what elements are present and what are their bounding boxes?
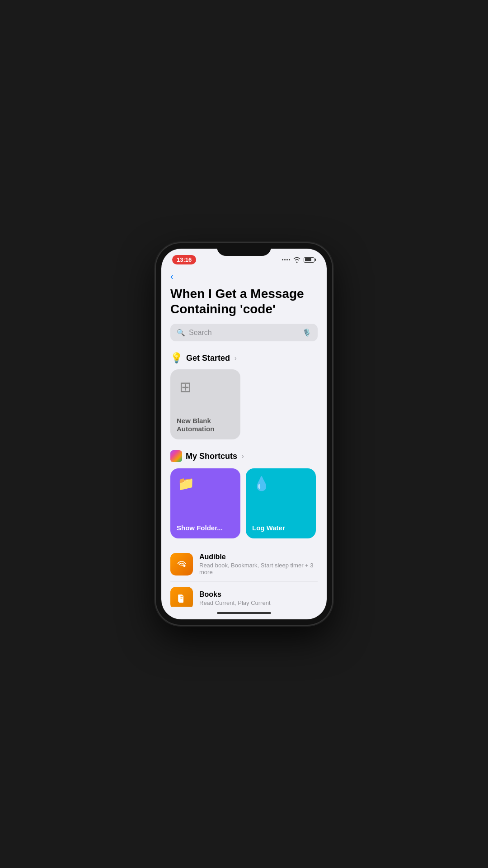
show-folder-label: Show Folder... (177, 524, 223, 532)
books-subtitle: Read Current, Play Current (199, 599, 318, 606)
app-list: Audible Read book, Bookmark, Start sleep… (161, 547, 327, 607)
wifi-icon (293, 257, 301, 263)
show-folder-card[interactable]: 📁 Show Folder... (170, 468, 240, 538)
scroll-content[interactable]: ‹ When I Get a Message Containing 'code'… (161, 268, 327, 607)
search-icon: 🔍 (177, 329, 185, 337)
audible-app-icon (170, 553, 193, 576)
get-started-title: Get Started (186, 354, 230, 363)
books-app-icon (170, 587, 193, 607)
log-water-card[interactable]: 💧 Log Water (246, 468, 316, 538)
mic-icon[interactable]: 🎙️ (302, 328, 311, 337)
shortcuts-scroll[interactable]: 📁 Show Folder... 💧 Log Water (170, 468, 318, 538)
shortcuts-title: My Shortcuts (186, 452, 237, 461)
get-started-chevron-icon: › (235, 354, 237, 362)
water-icon: 💧 (253, 476, 270, 491)
get-started-cards: ⊞ New BlankAutomation (170, 369, 318, 439)
new-blank-icon: ⊞ (179, 378, 192, 396)
shortcuts-app-icon (170, 450, 182, 462)
log-water-label: Log Water (252, 524, 285, 532)
back-chevron-icon: ‹ (170, 272, 174, 281)
audible-info: Audible Read book, Bookmark, Start sleep… (199, 553, 318, 576)
folder-icon: 📁 (178, 476, 194, 491)
books-info: Books Read Current, Play Current (199, 590, 318, 606)
books-name: Books (199, 590, 318, 599)
search-placeholder: Search (189, 329, 299, 337)
phone-screen: 13:16 (161, 249, 327, 619)
battery-icon (304, 257, 316, 263)
home-indicator (161, 607, 327, 619)
back-button[interactable]: ‹ (161, 268, 327, 283)
svg-point-0 (183, 565, 186, 567)
notch (217, 243, 271, 256)
audible-name: Audible (199, 553, 318, 561)
audible-subtitle: Read book, Bookmark, Start sleep timer +… (199, 562, 318, 576)
phone-frame: 13:16 (156, 243, 332, 625)
new-blank-automation-card[interactable]: ⊞ New BlankAutomation (170, 369, 240, 439)
shortcuts-chevron-icon: › (242, 453, 244, 460)
shortcuts-header[interactable]: My Shortcuts › (170, 450, 318, 462)
search-bar[interactable]: 🔍 Search 🎙️ (170, 324, 318, 341)
list-item[interactable]: Audible Read book, Bookmark, Start sleep… (170, 547, 318, 581)
status-icons (282, 257, 316, 263)
status-time: 13:16 (172, 255, 196, 264)
get-started-header[interactable]: 💡 Get Started › (170, 352, 318, 364)
bulb-icon: 💡 (170, 352, 183, 364)
home-bar (217, 612, 271, 614)
blank-card-label: New BlankAutomation (177, 417, 214, 433)
my-shortcuts-section: My Shortcuts › 📁 Show Folder... 💧 Log Wa… (161, 447, 327, 544)
get-started-section: 💡 Get Started › ⊞ New BlankAutomation (161, 350, 327, 447)
page-title: When I Get a Message Containing 'code' (161, 283, 327, 324)
signal-dots-icon (282, 259, 290, 260)
list-item[interactable]: Books Read Current, Play Current (170, 581, 318, 607)
